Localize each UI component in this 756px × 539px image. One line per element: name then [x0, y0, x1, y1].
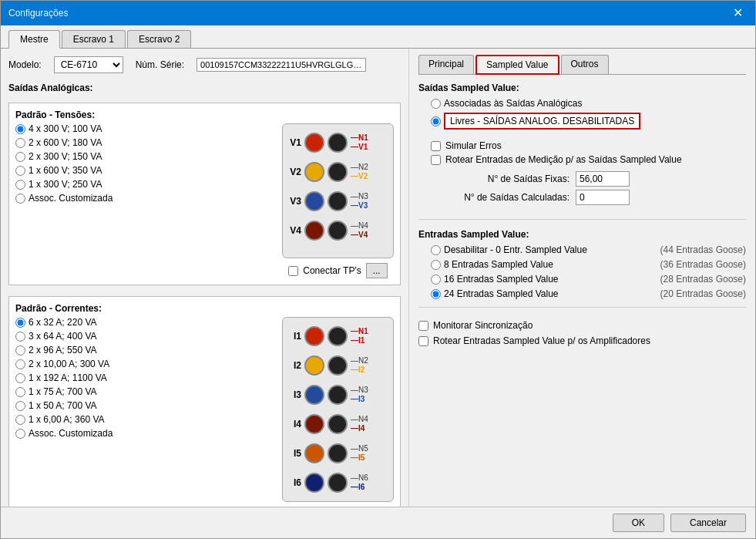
voltage-diagram-wrapper: V1 —N1 —V1 V2 — [282, 123, 394, 278]
route-inputs-row[interactable]: Rotear Entradas de Medição p/ as Saídas … — [431, 154, 746, 165]
voltage-option-2[interactable]: 2 x 300 V; 150 VA — [15, 151, 276, 162]
monitor-sync-checkbox[interactable] — [418, 321, 428, 331]
circle-i5-black — [328, 443, 348, 463]
current-label-2: 2 x 96 A; 550 VA — [29, 345, 97, 355]
current-radio-6[interactable] — [15, 401, 25, 411]
circle-i1-red — [304, 326, 324, 346]
voltage-radio-4[interactable] — [15, 180, 25, 190]
current-option-3[interactable]: 2 x 10,00 A; 300 VA — [15, 359, 276, 369]
main-window: Configurações ✕ Mestre Escravo 1 Escravo… — [0, 0, 756, 539]
voltages-label: Padrão - Tensões: — [15, 109, 394, 120]
tab-outros[interactable]: Outros — [561, 55, 609, 74]
conn-row-i4: I4 —N4 —I4 — [286, 412, 390, 436]
entrada-option-0[interactable]: Desabilitar - 0 Entr. Sampled Value (44 … — [431, 244, 746, 255]
connect-tp-button[interactable]: ... — [366, 263, 388, 278]
voltage-radio-1[interactable] — [15, 138, 25, 148]
current-radio-3[interactable] — [15, 359, 25, 369]
tab-principal[interactable]: Principal — [418, 55, 474, 74]
conn-row-i3: I3 —N3 —I3 — [286, 382, 390, 407]
current-option-8[interactable]: Assoc. Customizada — [15, 428, 276, 439]
current-label-6: 1 x 50 A; 700 VA — [29, 400, 97, 411]
current-radio-2[interactable] — [15, 345, 25, 355]
current-radio-1[interactable] — [15, 332, 25, 342]
ok-button[interactable]: OK — [613, 514, 664, 532]
connect-tp-checkbox[interactable] — [288, 266, 298, 276]
circle-i2-yellow — [304, 355, 324, 376]
current-radio-4[interactable] — [15, 373, 25, 383]
tab-escravo1[interactable]: Escravo 1 — [62, 30, 126, 48]
close-button[interactable]: ✕ — [728, 5, 748, 21]
entradas-label: Entradas Sampled Value: — [418, 229, 746, 240]
output-option-0[interactable]: Associadas às Saídas Analógicas — [431, 98, 746, 109]
current-option-0[interactable]: 6 x 32 A; 220 VA — [15, 317, 276, 328]
cancel-button[interactable]: Cancelar — [670, 514, 746, 532]
current-option-7[interactable]: 1 x 6,00 A; 360 VA — [15, 414, 276, 425]
divider-1 — [418, 219, 746, 220]
output-label-0: Associadas às Saídas Analógicas — [444, 98, 582, 109]
entrada-label-0: Desabilitar - 0 Entr. Sampled Value — [444, 244, 657, 255]
entrada-note-2: (28 Entradas Goose) — [660, 274, 746, 285]
voltage-connector-diagram: V1 —N1 —V1 V2 — [282, 123, 394, 258]
entrada-radio-1[interactable] — [431, 260, 441, 270]
simulate-errors-checkbox[interactable] — [431, 141, 441, 151]
conn-label-v1: V1 — [286, 137, 301, 148]
model-select[interactable]: CE-6710 — [54, 56, 123, 73]
entrada-option-2[interactable]: 16 Entradas Sampled Value (28 Entradas G… — [431, 274, 746, 285]
route-sampled-row[interactable]: Rotear Entradas Sampled Value p/ os Ampl… — [418, 335, 746, 346]
voltages-section: Padrão - Tensões: 4 x 300 V; 100 VA 2 x … — [8, 103, 401, 285]
voltage-label-0: 4 x 300 V; 100 VA — [29, 123, 102, 134]
voltage-option-1[interactable]: 2 x 600 V; 180 VA — [15, 137, 276, 148]
current-option-6[interactable]: 1 x 50 A; 700 VA — [15, 400, 276, 411]
left-panel: Modelo: CE-6710 Núm. Série: 00109157CCM3… — [1, 49, 409, 507]
voltage-radio-2[interactable] — [15, 152, 25, 162]
voltages-group: 4 x 300 V; 100 VA 2 x 600 V; 180 VA 2 x … — [15, 123, 394, 278]
route-sampled-checkbox[interactable] — [418, 336, 428, 346]
entrada-radio-2[interactable] — [431, 275, 441, 285]
route-inputs-text: Rotear Entradas de Medição p/ as Saídas … — [445, 154, 682, 165]
conn-label-v2: V2 — [286, 167, 301, 177]
title-bar: Configurações ✕ — [1, 1, 755, 25]
output-option-1[interactable]: Livres - SAÍDAS ANALOG. DESABILITADAS — [431, 113, 746, 130]
voltage-option-0[interactable]: 4 x 300 V; 100 VA — [15, 123, 276, 134]
circle-v4-maroon — [304, 221, 324, 241]
serial-label: Núm. Série: — [136, 59, 184, 70]
output-radio-0[interactable] — [431, 99, 441, 109]
voltage-radio-0[interactable] — [15, 124, 25, 134]
simulate-errors-label[interactable]: Simular Erros — [431, 140, 746, 151]
current-option-4[interactable]: 1 x 192 A; 1100 VA — [15, 372, 276, 383]
voltage-label-3: 1 x 600 V; 350 VA — [29, 165, 102, 176]
entradas-radio-group: Desabilitar - 0 Entr. Sampled Value (44 … — [431, 244, 746, 299]
voltage-option-3[interactable]: 1 x 600 V; 350 VA — [15, 165, 276, 176]
voltage-label-1: 2 x 600 V; 180 VA — [29, 137, 102, 148]
entrada-radio-3[interactable] — [431, 289, 441, 299]
content-area: Modelo: CE-6710 Núm. Série: 00109157CCM3… — [1, 49, 755, 507]
entrada-radio-0[interactable] — [431, 245, 441, 255]
circle-v3-black — [328, 191, 348, 211]
calc-outputs-input[interactable] — [576, 190, 630, 205]
voltage-option-4[interactable]: 1 x 300 V; 250 VA — [15, 179, 276, 190]
simulate-errors-text: Simular Erros — [445, 140, 502, 151]
entrada-option-1[interactable]: 8 Entradas Sampled Value (36 Entradas Go… — [431, 259, 746, 270]
voltage-option-5[interactable]: Assoc. Customizada — [15, 193, 276, 204]
voltage-radio-5[interactable] — [15, 194, 25, 204]
current-radio-5[interactable] — [15, 387, 25, 397]
current-option-5[interactable]: 1 x 75 A; 700 VA — [15, 386, 276, 397]
route-inputs-checkbox[interactable] — [431, 155, 441, 165]
entrada-option-3[interactable]: 24 Entradas Sampled Value (20 Entradas G… — [431, 288, 746, 299]
current-label-1: 3 x 64 A; 400 VA — [29, 331, 97, 342]
voltage-radio-3[interactable] — [15, 166, 25, 176]
simulate-errors-row: Simular Erros Rotear Entradas de Medição… — [431, 140, 746, 171]
voltage-radio-list: 4 x 300 V; 100 VA 2 x 600 V; 180 VA 2 x … — [15, 123, 276, 204]
current-option-1[interactable]: 3 x 64 A; 400 VA — [15, 331, 276, 342]
current-radio-8[interactable] — [15, 429, 25, 439]
monitor-sync-row[interactable]: Monitorar Sincronização — [418, 320, 746, 331]
current-radio-7[interactable] — [15, 415, 25, 425]
tab-escravo2[interactable]: Escravo 2 — [127, 30, 191, 48]
current-option-2[interactable]: 2 x 96 A; 550 VA — [15, 345, 276, 355]
right-panel: Principal Sampled Value Outros Saídas Sa… — [409, 49, 755, 507]
current-radio-0[interactable] — [15, 318, 25, 328]
output-radio-1[interactable] — [431, 116, 441, 126]
tab-mestre[interactable]: Mestre — [8, 30, 60, 49]
tab-sampled-value[interactable]: Sampled Value — [475, 55, 559, 75]
fixed-outputs-input[interactable] — [576, 171, 630, 187]
